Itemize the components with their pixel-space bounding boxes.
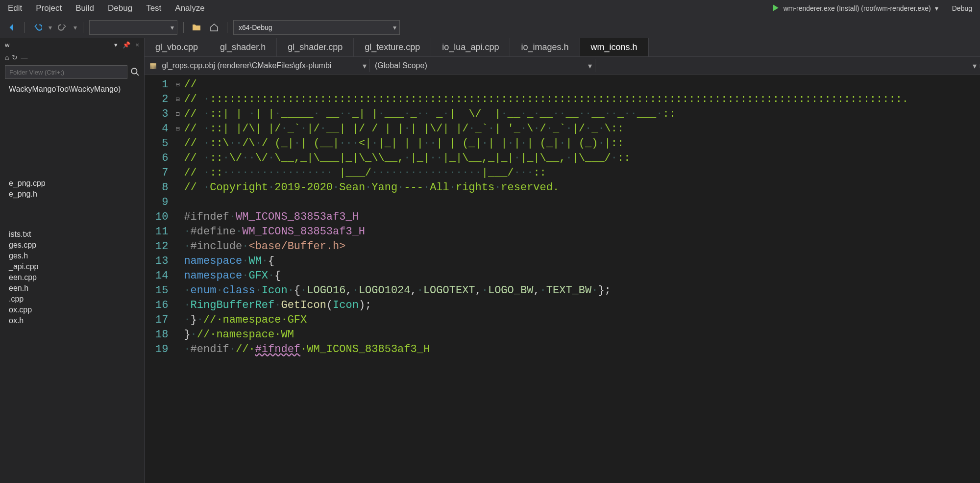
menu-test[interactable]: Test <box>146 3 161 13</box>
close-icon[interactable]: × <box>135 41 139 49</box>
search-icon[interactable] <box>130 67 139 77</box>
tree-file[interactable]: ges.h <box>3 251 141 261</box>
home-icon[interactable]: ⌂ <box>5 53 9 61</box>
separator <box>227 22 227 33</box>
tree-file[interactable]: .cpp <box>3 294 141 305</box>
nav-scope[interactable]: (Global Scope) ▾ <box>370 59 595 72</box>
tab-gl_shader-h[interactable]: gl_shader.h <box>209 38 277 56</box>
tree-file[interactable]: een.h <box>3 283 141 294</box>
tab-gl_vbo-cpp[interactable]: gl_vbo.cpp <box>145 38 209 56</box>
solution-explorer: w ▾ 📌 × ⌂ ↻ — WackyMangoToo\WackyMango) … <box>0 38 145 483</box>
chevron-down-icon: ▾ <box>363 61 367 70</box>
editor-zone: gl_vbo.cppgl_shader.hgl_shader.cppgl_tex… <box>145 38 980 483</box>
config-label: x64-Debug <box>239 24 272 31</box>
tree-root[interactable]: WackyMangoToo\WackyMango) <box>3 84 141 95</box>
tree-file[interactable]: ox.cpp <box>3 305 141 315</box>
side-toolbar: ⌂ ↻ — <box>0 51 144 63</box>
chevron-down-icon: ▾ <box>393 24 396 31</box>
chevron-down-icon: ▾ <box>588 61 592 70</box>
menu-build[interactable]: Build <box>75 3 94 13</box>
redo-icon[interactable] <box>56 21 70 34</box>
nav-back-icon[interactable] <box>5 21 19 34</box>
tab-wm_icons-h[interactable]: wm_icons.h <box>580 38 649 56</box>
side-title: w <box>5 41 9 49</box>
nav-scope-label: (Global Scope) <box>375 61 427 70</box>
sync-icon[interactable]: ↻ <box>12 53 18 61</box>
tree-file[interactable]: ges.cpp <box>3 240 141 251</box>
nav-member[interactable]: ▾ <box>595 64 980 68</box>
gutter: 12345678910111213141516171819 <box>145 75 173 483</box>
tree-file[interactable]: _api.cpp <box>3 261 141 272</box>
tab-gl_shader-cpp[interactable]: gl_shader.cpp <box>277 38 354 56</box>
menu-edit[interactable]: Edit <box>8 3 22 13</box>
pin-icon[interactable]: 📌 <box>122 41 130 49</box>
tree-file[interactable]: e_png.cpp <box>3 178 141 189</box>
run-target-label[interactable]: wm-renderer.exe (Install) (root\wm-rende… <box>784 4 931 12</box>
minus-icon[interactable]: — <box>21 53 27 61</box>
separator <box>183 22 184 33</box>
run-config-label[interactable]: Debug <box>952 4 972 12</box>
file-icon: ▦ <box>149 61 157 70</box>
separator <box>83 22 83 33</box>
play-icon[interactable] <box>771 3 780 14</box>
tree-file[interactable]: ox.h <box>3 315 141 326</box>
chevron-down-icon[interactable]: ▾ <box>114 41 118 49</box>
source[interactable]: // // ·:::::::::::::::::::::::::::::::::… <box>182 75 908 483</box>
side-header: w ▾ 📌 × <box>0 38 144 51</box>
nav-left-label: gl_rops.cpp.obj (renderer\CMakeFiles\gfx… <box>162 61 331 70</box>
main-area: w ▾ 📌 × ⌂ ↻ — WackyMangoToo\WackyMango) … <box>0 38 980 483</box>
nav-bar: ▦ gl_rops.cpp.obj (renderer\CMakeFiles\g… <box>145 57 980 75</box>
side-search <box>0 63 144 81</box>
search-input[interactable] <box>5 65 127 79</box>
nav-left[interactable]: ▦ gl_rops.cpp.obj (renderer\CMakeFiles\g… <box>145 59 370 72</box>
code-editor[interactable]: 12345678910111213141516171819 ⊟ ⊟ ⊟⊟ // … <box>145 75 980 483</box>
chevron-down-icon: ▾ <box>973 61 977 70</box>
tree-file[interactable]: ists.txt <box>3 229 141 240</box>
chevron-down-icon[interactable]: ▾ <box>935 4 938 12</box>
tree: WackyMangoToo\WackyMango) e_png.cpp e_pn… <box>0 81 144 329</box>
tab-io_lua_api-cpp[interactable]: io_lua_api.cpp <box>431 38 510 56</box>
chevron-down-icon: ▾ <box>171 24 174 31</box>
config-combo[interactable]: x64-Debug ▾ <box>233 20 400 35</box>
open-folder-icon[interactable] <box>190 21 203 34</box>
tabs: gl_vbo.cppgl_shader.hgl_shader.cppgl_tex… <box>145 38 980 57</box>
toolbar: ▾ ▾ ▾ x64-Debug ▾ <box>0 17 980 38</box>
svg-point-0 <box>131 68 137 74</box>
menu-debug[interactable]: Debug <box>108 3 132 13</box>
undo-icon[interactable] <box>31 21 45 34</box>
separator <box>24 22 25 33</box>
tree-file[interactable]: een.cpp <box>3 272 141 283</box>
menu-analyze[interactable]: Analyze <box>175 3 204 13</box>
menu-project[interactable]: Project <box>36 3 62 13</box>
solution-combo[interactable]: ▾ <box>89 20 177 35</box>
tab-gl_texture-cpp[interactable]: gl_texture.cpp <box>354 38 431 56</box>
tab-io_images-h[interactable]: io_images.h <box>510 38 580 56</box>
home-icon[interactable] <box>207 21 221 34</box>
tree-file[interactable]: e_png.h <box>3 189 141 200</box>
menubar: Edit Project Build Debug Test Analyze wm… <box>0 0 980 17</box>
fold-column[interactable]: ⊟ ⊟ ⊟⊟ <box>173 75 182 483</box>
